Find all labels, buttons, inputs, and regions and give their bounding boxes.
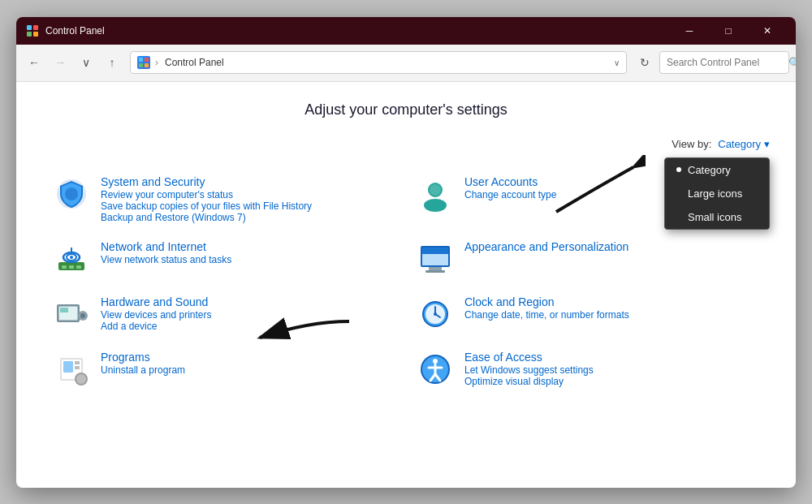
ease-of-access-icon (416, 350, 455, 389)
ease-of-access-link-2[interactable]: Optimize visual display (464, 376, 594, 387)
address-text: Control Panel (165, 57, 609, 68)
svg-rect-43 (75, 366, 80, 369)
svg-point-19 (70, 256, 73, 259)
dropdown-label-category: Category (688, 164, 731, 176)
control-panel-window: Control Panel ─ □ ✕ ← → ∨ ↑ › Control Pa… (16, 17, 796, 488)
address-bar[interactable]: › Control Panel ∨ (130, 51, 627, 74)
dropdown-item-large-icons[interactable]: Large icons (665, 182, 769, 205)
titlebar: Control Panel ─ □ ✕ (16, 17, 796, 45)
svg-point-11 (424, 199, 447, 212)
category-clock-region[interactable]: Clock and Region Change date, time, or n… (406, 286, 770, 342)
category-appearance[interactable]: Appearance and Personalization (406, 231, 770, 286)
programs-link-1[interactable]: Uninstall a program (101, 364, 185, 376)
category-programs[interactable]: Programs Uninstall a program (42, 342, 406, 397)
system-security-text: System and Security Review your computer… (101, 174, 312, 223)
close-button[interactable]: ✕ (749, 17, 786, 45)
svg-rect-1 (33, 25, 38, 30)
svg-point-30 (80, 313, 85, 318)
svg-rect-2 (27, 32, 32, 37)
user-accounts-title[interactable]: User Accounts (464, 175, 538, 188)
hardware-sound-text: Hardware and Sound View devices and prin… (101, 295, 212, 332)
system-security-link-3[interactable]: Backup and Restore (Windows 7) (101, 212, 312, 223)
view-by-chevron: ▾ (764, 138, 770, 150)
dropdown-arrow-button[interactable]: ∨ (75, 51, 97, 74)
hardware-sound-title[interactable]: Hardware and Sound (101, 295, 208, 308)
svg-point-45 (76, 374, 86, 384)
ease-of-access-text: Ease of Access Let Windows suggest setti… (464, 350, 594, 387)
svg-point-38 (434, 312, 437, 316)
view-by-value: Category (718, 138, 761, 150)
programs-text: Programs Uninstall a program (101, 350, 185, 376)
back-button[interactable]: ← (23, 51, 45, 74)
view-by-button[interactable]: Category ▾ (718, 138, 770, 150)
selected-dot (676, 167, 681, 172)
svg-point-9 (65, 187, 78, 200)
clock-region-title[interactable]: Clock and Region (464, 295, 555, 308)
appearance-icon (416, 239, 455, 278)
dropdown-label-small-icons: Small icons (688, 211, 741, 223)
svg-rect-7 (145, 63, 149, 67)
svg-rect-16 (76, 265, 81, 269)
svg-point-48 (433, 359, 438, 364)
network-internet-text: Network and Internet View network status… (101, 239, 231, 265)
search-input[interactable] (667, 57, 788, 68)
minimize-button[interactable]: ─ (671, 17, 708, 45)
system-security-link-2[interactable]: Save backup copies of your files with Fi… (101, 200, 312, 212)
system-security-icon (52, 174, 91, 213)
clock-region-link-1[interactable]: Change date, time, or number formats (464, 309, 629, 321)
dropdown-label-large-icons: Large icons (688, 187, 742, 200)
titlebar-controls: ─ □ ✕ (671, 17, 786, 45)
appearance-text: Appearance and Personalization (464, 239, 628, 254)
svg-rect-26 (425, 270, 445, 273)
programs-title[interactable]: Programs (101, 351, 150, 364)
user-accounts-text: User Accounts Change account type (464, 174, 556, 200)
dropdown-item-small-icons[interactable]: Small icons (665, 205, 769, 229)
content-area: Adjust your computer's settings View by:… (16, 82, 796, 488)
dropdown-item-category[interactable]: Category (665, 158, 769, 182)
svg-point-12 (430, 184, 441, 196)
hardware-sound-link-1[interactable]: View devices and printers (101, 309, 212, 321)
maximize-button[interactable]: □ (710, 17, 747, 45)
network-internet-title[interactable]: Network and Internet (101, 240, 206, 253)
svg-rect-15 (69, 265, 74, 269)
svg-rect-24 (422, 254, 448, 265)
svg-rect-5 (145, 58, 149, 62)
clock-region-text: Clock and Region Change date, time, or n… (464, 295, 629, 321)
titlebar-icon (26, 24, 39, 37)
category-system-security[interactable]: System and Security Review your computer… (42, 166, 406, 231)
appearance-title[interactable]: Appearance and Personalization (464, 240, 628, 253)
system-security-title[interactable]: System and Security (101, 175, 205, 188)
svg-rect-25 (429, 267, 442, 270)
clock-region-icon (416, 295, 455, 334)
view-by-label: View by: (672, 138, 711, 150)
category-network-internet[interactable]: Network and Internet View network status… (42, 231, 406, 286)
forward-button[interactable]: → (49, 51, 71, 74)
svg-rect-41 (63, 361, 73, 373)
hardware-sound-link-2[interactable]: Add a device (101, 321, 212, 332)
svg-rect-0 (27, 25, 32, 30)
ease-of-access-title[interactable]: Ease of Access (464, 351, 542, 364)
programs-icon (52, 350, 91, 389)
titlebar-title: Control Panel (45, 25, 671, 37)
page-title: Adjust your computer's settings (42, 101, 770, 118)
network-internet-link-1[interactable]: View network status and tasks (101, 254, 231, 265)
refresh-button[interactable]: ↻ (633, 51, 656, 74)
ease-of-access-link-1[interactable]: Let Windows suggest settings (464, 364, 594, 376)
category-ease-of-access[interactable]: Ease of Access Let Windows suggest setti… (406, 342, 770, 397)
category-hardware-sound[interactable]: Hardware and Sound View devices and prin… (42, 286, 406, 342)
svg-rect-3 (33, 32, 38, 37)
up-button[interactable]: ↑ (101, 51, 123, 74)
address-chevron: ∨ (614, 58, 620, 67)
view-by-dropdown: Category Large icons Small icons (664, 157, 770, 230)
categories-grid: System and Security Review your computer… (42, 166, 770, 397)
user-accounts-icon (416, 174, 455, 213)
svg-rect-32 (60, 308, 68, 312)
user-accounts-link-1[interactable]: Change account type (464, 189, 556, 200)
network-internet-icon (52, 239, 91, 278)
address-icon (137, 56, 150, 69)
search-box[interactable]: 🔍 (659, 51, 789, 74)
search-icon: 🔍 (788, 57, 796, 69)
hardware-sound-icon (52, 295, 91, 334)
system-security-link-1[interactable]: Review your computer's status (101, 189, 312, 200)
svg-rect-14 (62, 265, 67, 269)
